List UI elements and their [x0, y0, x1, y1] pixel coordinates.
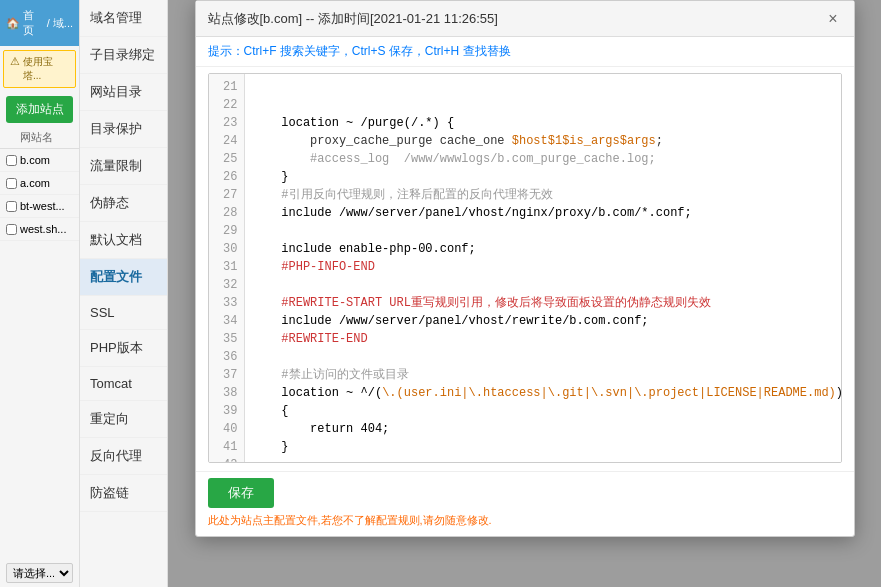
warning-text: 使用宝塔... [23, 55, 69, 83]
site-checkbox[interactable] [6, 201, 17, 212]
list-item[interactable]: west.sh... [0, 218, 79, 241]
code-line: #REWRITE-START URL重写规则引用，修改后将导致面板设置的伪静态规… [253, 294, 833, 312]
code-line: } [253, 438, 833, 456]
code-line [253, 276, 833, 294]
add-site-button[interactable]: 添加站点 [6, 96, 73, 123]
site-name: bt-west... [20, 200, 65, 212]
modal-title: 站点修改[b.com] -- 添加时间[2021-01-21 11:26:55] [208, 10, 498, 28]
sidebar-item-site-dir[interactable]: 网站目录 [80, 74, 167, 111]
code-line: #禁止访问的文件或目录 [253, 366, 833, 384]
site-list: b.com a.com bt-west... west.sh... [0, 149, 79, 559]
modal-hint: 提示：Ctrl+F 搜索关键字，Ctrl+S 保存，Ctrl+H 查找替换 [196, 37, 854, 67]
site-name: a.com [20, 177, 50, 189]
list-item[interactable]: b.com [0, 149, 79, 172]
list-item[interactable]: bt-west... [0, 195, 79, 218]
site-name-header: 网站名 [20, 130, 53, 145]
site-checkbox[interactable] [6, 155, 17, 166]
sidebar-item-hotlink[interactable]: 防盗链 [80, 475, 167, 512]
home-icon: 🏠 [6, 17, 20, 30]
breadcrumb-current: 域... [53, 16, 73, 31]
sidebar-item-ssl[interactable]: SSL [80, 296, 167, 330]
line-numbers: 21 22 23 24 25 26 27 28 29 30 31 32 [209, 74, 245, 462]
save-button[interactable]: 保存 [208, 478, 274, 508]
code-line: location ~ /purge(/.*) { [253, 114, 833, 132]
code-line [253, 96, 833, 114]
sidebar-item-dir-protect[interactable]: 目录保护 [80, 111, 167, 148]
site-name: b.com [20, 154, 50, 166]
sidebar-item-subdir[interactable]: 子目录绑定 [80, 37, 167, 74]
code-content[interactable]: location ~ /purge(/.*) { proxy_cache_pur… [245, 74, 841, 462]
sidebar-item-domain[interactable]: 域名管理 [80, 0, 167, 37]
site-checkbox[interactable] [6, 224, 17, 235]
modal-body: 21 22 23 24 25 26 27 28 29 30 31 32 [196, 67, 854, 471]
sidebar-item-php-version[interactable]: PHP版本 [80, 330, 167, 367]
list-item[interactable]: a.com [0, 172, 79, 195]
left-sidebar: 🏠 首页 / 域... ⚠ 使用宝塔... 添加站点 网站名 b.com a.c… [0, 0, 80, 587]
main-content: 站点修改[b.com] -- 添加时间[2021-01-21 11:26:55]… [168, 0, 881, 587]
code-line: { [253, 402, 833, 420]
code-line [253, 456, 833, 462]
sidebar-item-reverse-proxy[interactable]: 反向代理 [80, 438, 167, 475]
code-line: include /www/server/panel/vhost/nginx/pr… [253, 204, 833, 222]
modal-overlay: 站点修改[b.com] -- 添加时间[2021-01-21 11:26:55]… [168, 0, 881, 587]
site-select-dropdown[interactable]: 请选择... [6, 563, 73, 583]
close-button[interactable]: × [824, 10, 841, 28]
app-wrapper: 🏠 首页 / 域... ⚠ 使用宝塔... 添加站点 网站名 b.com a.c… [0, 0, 881, 587]
breadcrumb: 🏠 首页 / 域... [0, 0, 79, 46]
sidebar-item-pseudo-static[interactable]: 伪静态 [80, 185, 167, 222]
code-line: #REWRITE-END [253, 330, 833, 348]
sidebar-item-config[interactable]: 配置文件 [80, 259, 167, 296]
code-line [253, 78, 833, 96]
code-line: #access_log /www/wwwlogs/b.com_purge_cac… [253, 150, 833, 168]
code-line: #引用反向代理规则，注释后配置的反向代理将无效 [253, 186, 833, 204]
sidebar-item-traffic[interactable]: 流量限制 [80, 148, 167, 185]
sidebar-item-tomcat[interactable]: Tomcat [80, 367, 167, 401]
site-list-header: 网站名 [0, 127, 79, 149]
breadcrumb-separator: / [47, 17, 50, 29]
code-line: include /www/server/panel/vhost/rewrite/… [253, 312, 833, 330]
code-line: proxy_cache_purge cache_one $host$1$is_a… [253, 132, 833, 150]
hint-text: 提示：Ctrl+F 搜索关键字，Ctrl+S 保存，Ctrl+H 查找替换 [208, 44, 511, 58]
modal: 站点修改[b.com] -- 添加时间[2021-01-21 11:26:55]… [195, 0, 855, 537]
code-line: location ~ ^/(\.(user.ini|\.htaccess|\.g… [253, 384, 833, 402]
site-checkbox[interactable] [6, 178, 17, 189]
warning-bar: ⚠ 使用宝塔... [3, 50, 76, 88]
code-line: include enable-php-00.conf; [253, 240, 833, 258]
modal-footer: 保存 此处为站点主配置文件,若您不了解配置规则,请勿随意修改. [196, 471, 854, 536]
sidebar-item-redirect[interactable]: 重定向 [80, 401, 167, 438]
modal-titlebar: 站点修改[b.com] -- 添加时间[2021-01-21 11:26:55]… [196, 1, 854, 37]
code-editor[interactable]: 21 22 23 24 25 26 27 28 29 30 31 32 [208, 73, 842, 463]
warning-icon: ⚠ [10, 55, 20, 68]
site-name: west.sh... [20, 223, 66, 235]
code-line: return 404; [253, 420, 833, 438]
footer-note: 此处为站点主配置文件,若您不了解配置规则,请勿随意修改. [208, 513, 842, 528]
code-line: #PHP-INFO-END [253, 258, 833, 276]
breadcrumb-home[interactable]: 首页 [23, 8, 44, 38]
code-line [253, 222, 833, 240]
code-line [253, 348, 833, 366]
code-line: } [253, 168, 833, 186]
nav-panel: 域名管理 子目录绑定 网站目录 目录保护 流量限制 伪静态 默认文档 配置文件 … [80, 0, 168, 587]
sidebar-item-default-doc[interactable]: 默认文档 [80, 222, 167, 259]
